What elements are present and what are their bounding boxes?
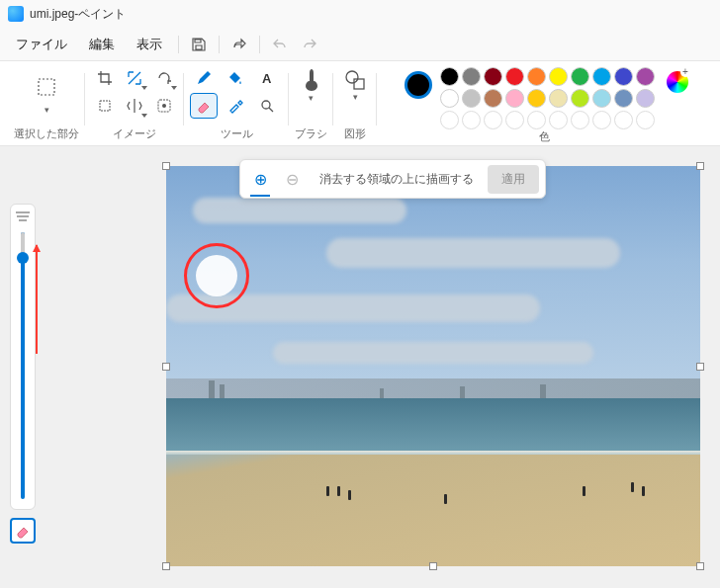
color-swatch[interactable] [462,67,481,86]
separator [219,36,220,53]
group-brush: ▾ ブラシ [289,65,333,145]
pencil-icon[interactable] [190,65,218,91]
shapes-label: 図形 [344,126,366,145]
color-swatch[interactable] [462,89,481,108]
svg-point-6 [346,71,358,83]
shapes-tool[interactable]: ▾ [339,65,371,105]
brush-tool[interactable]: ▾ [296,65,327,105]
svg-rect-7 [354,79,364,89]
slider-thumb[interactable] [17,252,29,264]
svg-rect-1 [100,101,110,111]
color-swatch[interactable] [549,67,568,86]
resize-handle[interactable] [696,562,704,570]
undo-icon[interactable] [266,31,294,58]
title-filename: umi.jpeg [30,7,74,21]
erase-hint: 消去する領域の上に描画する [310,171,484,188]
fill-icon[interactable] [222,65,249,91]
text-icon[interactable]: A [253,65,281,91]
color-swatch[interactable] [505,111,524,129]
resize-handle[interactable] [162,562,170,570]
svg-rect-0 [39,79,54,95]
resize-handle[interactable] [696,162,704,170]
group-selection: ▾ 選択した部分 [8,65,85,145]
color-swatch[interactable] [614,89,633,108]
color-swatch[interactable] [571,67,589,86]
color-swatch[interactable] [571,89,589,108]
ribbon: ▾ 選択した部分 イメージ A ツール ▾ ブラシ [0,61,720,146]
save-icon[interactable] [185,31,213,58]
group-color: 色 [377,65,712,145]
resize-handle[interactable] [162,162,170,170]
menu-view[interactable]: 表示 [127,30,172,59]
color-swatch[interactable] [636,89,655,108]
rotate-icon[interactable] [150,65,178,91]
eyedropper-icon[interactable] [222,93,249,119]
color-swatch[interactable] [614,67,633,86]
color-swatch[interactable] [592,89,611,108]
crop-icon[interactable] [91,65,119,91]
apply-button: 適用 [488,165,539,194]
svg-point-5 [262,101,270,109]
color-swatch[interactable] [614,111,633,129]
titlebar: umi.jpeg - ペイント [0,0,720,28]
color-swatch[interactable] [484,67,502,86]
resize-icon[interactable] [121,65,148,91]
color-picker-icon[interactable] [667,71,688,93]
title-appname: ペイント [78,6,126,23]
group-image: イメージ [85,65,184,145]
share-icon[interactable] [225,31,253,58]
color-swatch[interactable] [571,111,589,129]
resize-handle[interactable] [162,363,170,371]
color-swatch[interactable] [636,67,655,86]
add-area-icon[interactable]: ⊕ [246,165,274,193]
menu-file[interactable]: ファイル [6,30,77,59]
slider-preview-icon [15,210,31,222]
color-swatch[interactable] [527,67,546,86]
color-swatch[interactable] [549,89,568,108]
color-swatch[interactable] [505,67,524,86]
color-swatch[interactable] [636,111,655,129]
brush-label: ブラシ [295,126,327,145]
color-swatch[interactable] [440,67,459,86]
color-swatch[interactable] [440,111,459,129]
separator [259,36,260,53]
eraser-mode-button[interactable] [10,518,36,544]
resize-handle[interactable] [429,562,437,570]
color-swatch[interactable] [505,89,524,108]
menu-edit[interactable]: 編集 [79,30,125,59]
selection-label: 選択した部分 [14,126,79,145]
color-palette [440,67,655,129]
color-swatch[interactable] [592,111,611,129]
ai-remove-icon[interactable] [150,93,178,119]
image-label: イメージ [113,126,156,145]
color-swatch[interactable] [527,89,546,108]
color-swatch[interactable] [484,89,502,108]
magnifier-icon[interactable] [253,93,281,119]
generative-erase-bar: ⊕ ⊖ 消去する領域の上に描画する 適用 [239,159,546,199]
color-swatch[interactable] [549,111,568,129]
remove-area-icon: ⊖ [278,165,306,193]
canvas-area: ⊕ ⊖ 消去する領域の上に描画する 適用 [0,146,720,588]
select-tool[interactable] [29,69,64,105]
group-shapes: ▾ 図形 [333,65,377,145]
color-swatch[interactable] [462,111,481,129]
color-swatch[interactable] [440,89,459,108]
current-color[interactable] [405,71,432,99]
redo-icon[interactable] [296,31,323,58]
canvas[interactable] [166,166,700,566]
color-swatch[interactable] [592,67,611,86]
annotation-arrow [36,245,38,354]
slider-track[interactable] [21,232,25,499]
color-swatch[interactable] [527,111,546,129]
flip-icon[interactable] [121,93,148,119]
group-tools: A ツール [184,65,289,145]
annotation-circle [184,243,249,308]
svg-point-3 [162,104,166,108]
color-swatch[interactable] [484,111,502,129]
resize-handle[interactable] [696,363,704,371]
menubar: ファイル 編集 表示 [0,28,720,61]
app-icon [8,6,24,22]
eraser-icon[interactable] [190,93,218,119]
canvas-wrapper [166,166,700,566]
selectall-icon[interactable] [91,93,119,119]
